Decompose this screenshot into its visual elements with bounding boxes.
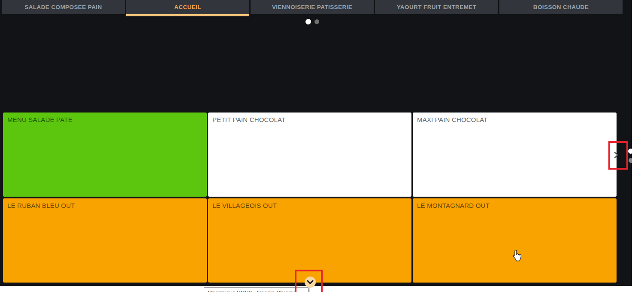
product-tile-le-villageois-out[interactable]: LE VILLAGEOIS OUT	[208, 198, 411, 283]
tab-accueil[interactable]: ACCUEIL	[126, 0, 249, 14]
product-label: PETIT PAIN CHOCOLAT	[212, 116, 286, 123]
product-label: MAXI PAIN CHOCOLAT	[417, 116, 488, 123]
product-label: LE VILLAGEOIS OUT	[212, 202, 277, 209]
tab-pager-dot[interactable]	[314, 19, 319, 24]
tab-viennoiserie-patisserie[interactable]: VIENNOISERIE PATISSERIE	[251, 0, 374, 14]
carousel-next-button[interactable]	[614, 151, 620, 159]
chevron-right-icon	[614, 151, 620, 159]
product-label: LE MONTAGNARD OUT	[417, 202, 490, 209]
tab-salade-composee-pain[interactable]: SALADE COMPOSEE PAIN	[2, 0, 125, 14]
scroll-down-button[interactable]	[305, 277, 316, 288]
chevron-down-icon	[307, 280, 314, 284]
tab-pager-dot-active[interactable]	[305, 19, 311, 24]
taskbar-tooltip-text: Openbravo POS? - Google Chrome	[208, 289, 296, 292]
active-tab-underline	[126, 14, 249, 16]
product-label: MENU SALADE PATE	[7, 116, 73, 123]
pos-app-window: SALADE COMPOSEE PAIN ACCUEIL VIENNOISERI…	[0, 0, 632, 286]
tab-boisson-chaude[interactable]: BOISSON CHAUDE	[499, 0, 623, 14]
taskbar-tooltip: Openbravo POS? - Google Chrome	[204, 287, 308, 292]
screen: SALADE COMPOSEE PAIN ACCUEIL VIENNOISERI…	[0, 0, 644, 292]
tab-yaourt-fruit-entremet[interactable]: YAOURT FRUIT ENTREMET	[375, 0, 498, 14]
product-tile-le-montagnard-out[interactable]: LE MONTAGNARD OUT	[413, 198, 617, 283]
product-tile-maxi-pain-chocolat[interactable]: MAXI PAIN CHOCOLAT	[413, 113, 617, 197]
grid-pager-dot[interactable]	[629, 158, 632, 163]
product-tile-petit-pain-chocolat[interactable]: PETIT PAIN CHOCOLAT	[208, 113, 411, 197]
grid-pager-dot-active[interactable]	[628, 149, 632, 154]
product-label: LE RUBAN BLEU OUT	[7, 202, 75, 209]
product-tile-menu-salade-pate[interactable]: MENU SALADE PATE	[3, 113, 207, 197]
product-tile-le-ruban-bleu-out[interactable]: LE RUBAN BLEU OUT	[3, 198, 207, 283]
